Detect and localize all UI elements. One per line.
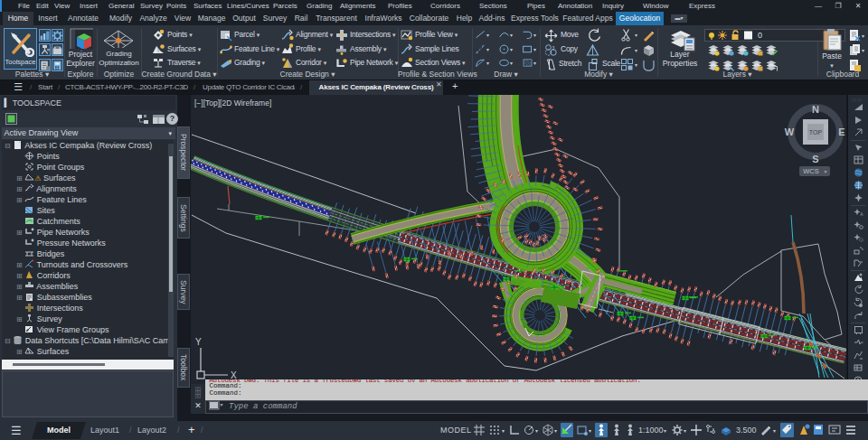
svg-text:3: 3 (552, 45, 555, 51)
svg-text:S: S (812, 154, 818, 164)
svg-text:Y: Y (195, 337, 202, 347)
svg-text:[−][Top][2D Wireframe]: [−][Top][2D Wireframe] (194, 98, 271, 108)
svg-text:WCS: WCS (803, 167, 819, 175)
svg-text:TOP: TOP (809, 129, 823, 136)
svg-text:W: W (785, 126, 795, 137)
svg-text:A: A (861, 212, 863, 217)
svg-text:E: E (838, 126, 844, 137)
svg-text:N: N (812, 104, 819, 115)
svg-text:▾: ▾ (824, 169, 826, 174)
